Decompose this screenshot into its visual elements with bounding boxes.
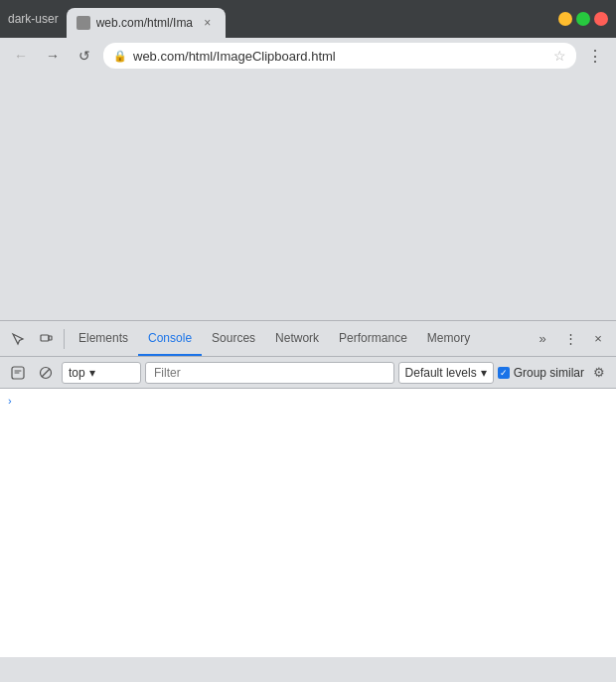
restore-button[interactable]: ⊙ <box>576 12 590 26</box>
address-bar: ← → ↺ 🔒 web.com/html/ImageClipboard.html… <box>0 38 616 74</box>
title-bar: dark-user web.com/html/Ima × − ⊙ × <box>0 0 616 38</box>
close-window-button[interactable]: × <box>594 12 608 26</box>
clear-console-button[interactable] <box>34 361 58 385</box>
page-content <box>0 74 616 320</box>
prompt-chevron-icon: › <box>8 395 12 407</box>
window-controls: − ⊙ × <box>558 12 608 26</box>
tab-title: web.com/html/Ima <box>96 16 194 30</box>
tab-console[interactable]: Console <box>138 321 202 356</box>
group-similar-label: Group similar <box>514 366 584 380</box>
browser-tab[interactable]: web.com/html/Ima × <box>67 8 226 38</box>
tab-memory[interactable]: Memory <box>417 321 480 356</box>
more-tabs-button[interactable]: » <box>529 325 556 353</box>
bookmark-icon[interactable]: ☆ <box>553 48 566 64</box>
levels-arrow-icon: ▾ <box>481 366 487 380</box>
lock-icon: 🔒 <box>113 50 127 63</box>
devtools-panel: Elements Console Sources Network Perform… <box>0 320 616 657</box>
tab-area: web.com/html/Ima × <box>67 0 550 38</box>
minimize-button[interactable]: − <box>558 12 572 26</box>
console-settings-button[interactable]: ⚙ <box>588 362 610 384</box>
devtools-tab-bar: Elements Console Sources Network Perform… <box>0 321 616 357</box>
group-similar-checkbox[interactable]: ✓ <box>498 367 510 379</box>
back-button[interactable]: ← <box>8 43 34 69</box>
toolbar-separator <box>64 329 65 349</box>
levels-label: Default levels <box>405 366 477 380</box>
console-prompt-line[interactable]: › <box>0 393 616 409</box>
select-element-button[interactable] <box>4 325 32 353</box>
tab-sources[interactable]: Sources <box>202 321 265 356</box>
devtools-tabs: Elements Console Sources Network Perform… <box>69 321 529 356</box>
tab-close-button[interactable]: × <box>200 15 216 31</box>
group-similar-option[interactable]: ✓ Group similar <box>498 366 584 380</box>
log-levels-selector[interactable]: Default levels ▾ <box>398 362 494 384</box>
svg-line-4 <box>42 369 50 377</box>
user-label: dark-user <box>8 12 59 26</box>
filter-input[interactable] <box>145 362 394 384</box>
devtools-settings-button[interactable]: ⋮ <box>556 325 584 353</box>
tab-performance[interactable]: Performance <box>329 321 417 356</box>
console-log-button[interactable] <box>6 361 30 385</box>
close-devtools-button[interactable]: × <box>584 325 612 353</box>
tab-network[interactable]: Network <box>265 321 329 356</box>
browser-menu-button[interactable]: ⋮ <box>582 43 608 69</box>
context-value: top <box>69 366 85 380</box>
console-toolbar: top ▾ Default levels ▾ ✓ Group similar ⚙ <box>0 357 616 389</box>
browser-window: dark-user web.com/html/Ima × − ⊙ × ← <box>0 0 616 74</box>
forward-button[interactable]: → <box>40 43 66 69</box>
url-box[interactable]: 🔒 web.com/html/ImageClipboard.html ☆ <box>103 43 576 69</box>
context-arrow-icon: ▾ <box>89 366 95 380</box>
refresh-button[interactable]: ↺ <box>72 43 97 69</box>
svg-rect-0 <box>41 335 49 341</box>
device-toolbar-button[interactable] <box>32 325 60 353</box>
url-text: web.com/html/ImageClipboard.html <box>133 49 547 64</box>
tab-elements[interactable]: Elements <box>69 321 138 356</box>
svg-rect-1 <box>49 336 52 340</box>
tab-favicon-icon <box>77 16 90 30</box>
console-output: › <box>0 389 616 657</box>
context-selector[interactable]: top ▾ <box>62 362 141 384</box>
